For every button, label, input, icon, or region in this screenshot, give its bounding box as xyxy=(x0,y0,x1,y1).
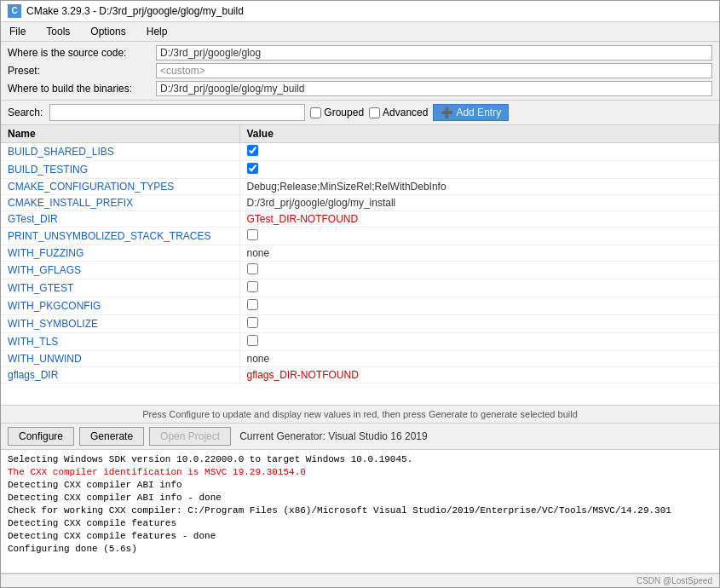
cell-name: WITH_UNWIND xyxy=(1,351,239,367)
table-row[interactable]: WITH_TLS xyxy=(1,333,719,351)
row-checkbox[interactable] xyxy=(247,229,258,240)
cell-value[interactable] xyxy=(239,297,719,315)
watermark: CSDN @LostSpeed xyxy=(636,576,712,585)
configure-button[interactable]: Configure xyxy=(8,427,74,446)
table-row[interactable]: BUILD_SHARED_LIBS xyxy=(1,143,719,161)
menu-file[interactable]: File xyxy=(4,24,31,39)
status-text: Press Configure to update and display ne… xyxy=(142,409,578,419)
cell-value[interactable]: gflags_DIR-NOTFOUND xyxy=(239,367,719,383)
table-row[interactable]: gflags_DIRgflags_DIR-NOTFOUND xyxy=(1,367,719,383)
cell-name: CMAKE_CONFIGURATION_TYPES xyxy=(1,179,239,195)
preset-value[interactable]: <custom> xyxy=(156,63,712,78)
cell-value[interactable] xyxy=(239,262,719,280)
add-icon: ➕ xyxy=(441,107,453,118)
cell-name: WITH_TLS xyxy=(1,333,239,351)
row-checkbox[interactable] xyxy=(247,145,258,156)
log-line: Check for working CXX compiler: C:/Progr… xyxy=(8,504,712,517)
row-checkbox[interactable] xyxy=(247,263,258,274)
table-row[interactable]: GTest_DIRGTest_DIR-NOTFOUND xyxy=(1,211,719,228)
cell-value[interactable] xyxy=(239,280,719,297)
add-entry-button[interactable]: ➕ Add Entry xyxy=(433,104,509,121)
cell-name: WITH_GFLAGS xyxy=(1,262,239,280)
status-bar: Press Configure to update and display ne… xyxy=(1,406,719,424)
app-icon: C xyxy=(8,4,21,18)
cell-value[interactable]: none xyxy=(239,245,719,262)
advanced-checkbox[interactable] xyxy=(369,107,380,118)
table-row[interactable]: WITH_SYMBOLIZE xyxy=(1,315,719,333)
config-table: Name Value BUILD_SHARED_LIBSBUILD_TESTIN… xyxy=(1,125,719,383)
generate-button[interactable]: Generate xyxy=(79,427,144,446)
cell-value[interactable]: GTest_DIR-NOTFOUND xyxy=(239,211,719,228)
table-row[interactable]: WITH_GFLAGS xyxy=(1,262,719,280)
log-line: Configuring done (5.6s) xyxy=(8,543,712,556)
binaries-row: Where to build the binaries: D:/3rd_prj/… xyxy=(8,81,712,96)
table-row[interactable]: BUILD_TESTING xyxy=(1,161,719,179)
cell-value[interactable] xyxy=(239,333,719,351)
source-row: Where is the source code: D:/3rd_prj/goo… xyxy=(8,45,712,61)
cell-value[interactable]: Debug;Release;MinSizeRel;RelWithDebInfo xyxy=(239,179,719,195)
search-input[interactable] xyxy=(49,104,305,121)
binaries-label: Where to build the binaries: xyxy=(8,83,153,95)
row-checkbox[interactable] xyxy=(247,335,258,346)
row-checkbox[interactable] xyxy=(247,281,258,292)
menu-help[interactable]: Help xyxy=(141,24,173,39)
cell-value[interactable]: none xyxy=(239,351,719,367)
cell-name: WITH_GTEST xyxy=(1,280,239,297)
generator-label: Current Generator: Visual Studio 16 2019 xyxy=(239,430,428,442)
bottom-bar: CSDN @LostSpeed xyxy=(1,574,719,587)
row-checkbox[interactable] xyxy=(247,317,258,328)
advanced-text: Advanced xyxy=(383,107,428,118)
title-bar: C CMake 3.29.3 - D:/3rd_prj/google/glog/… xyxy=(1,1,719,22)
col-value: Value xyxy=(239,125,719,143)
table-area[interactable]: Name Value BUILD_SHARED_LIBSBUILD_TESTIN… xyxy=(1,125,719,406)
menu-options[interactable]: Options xyxy=(85,24,130,39)
binaries-value[interactable]: D:/3rd_prj/google/glog/my_build xyxy=(156,81,712,96)
cell-value[interactable]: D:/3rd_prj/google/glog/my_install xyxy=(239,195,719,211)
table-row[interactable]: PRINT_UNSYMBOLIZED_STACK_TRACES xyxy=(1,228,719,245)
table-row[interactable]: WITH_GTEST xyxy=(1,280,719,297)
add-label: Add Entry xyxy=(456,107,501,118)
table-body: BUILD_SHARED_LIBSBUILD_TESTINGCMAKE_CONF… xyxy=(1,143,719,383)
advanced-label[interactable]: Advanced xyxy=(369,107,428,118)
cell-name: BUILD_TESTING xyxy=(1,161,239,179)
grouped-label[interactable]: Grouped xyxy=(310,107,364,118)
table-row[interactable]: CMAKE_CONFIGURATION_TYPESDebug;Release;M… xyxy=(1,179,719,195)
form-area: Where is the source code: D:/3rd_prj/goo… xyxy=(1,42,719,101)
log-line: The CXX compiler identification is MSVC … xyxy=(8,466,712,479)
table-row[interactable]: CMAKE_INSTALL_PREFIXD:/3rd_prj/google/gl… xyxy=(1,195,719,211)
log-line: Detecting CXX compiler ABI info xyxy=(8,479,712,492)
row-checkbox[interactable] xyxy=(247,299,258,310)
log-area: Selecting Windows SDK version 10.0.22000… xyxy=(1,450,719,574)
app-window: C CMake 3.29.3 - D:/3rd_prj/google/glog/… xyxy=(0,0,720,588)
log-line: Detecting CXX compiler ABI info - done xyxy=(8,492,712,504)
preset-row: Preset: <custom> xyxy=(8,63,712,78)
log-line: Detecting CXX compile features - done xyxy=(8,530,712,543)
toolbar: Search: Grouped Advanced ➕ Add Entry xyxy=(1,101,719,125)
source-value[interactable]: D:/3rd_prj/google/glog xyxy=(156,45,712,61)
cell-name: BUILD_SHARED_LIBS xyxy=(1,143,239,161)
cell-name: gflags_DIR xyxy=(1,367,239,383)
cell-name: PRINT_UNSYMBOLIZED_STACK_TRACES xyxy=(1,228,239,245)
preset-label: Preset: xyxy=(8,65,153,77)
cell-name: CMAKE_INSTALL_PREFIX xyxy=(1,195,239,211)
open-project-button[interactable]: Open Project xyxy=(149,427,231,446)
menu-bar: File Tools Options Help xyxy=(1,22,719,42)
table-row[interactable]: WITH_FUZZINGnone xyxy=(1,245,719,262)
cell-value[interactable] xyxy=(239,161,719,179)
col-name: Name xyxy=(1,125,239,143)
menu-tools[interactable]: Tools xyxy=(41,24,75,39)
log-line: Detecting CXX compile features xyxy=(8,517,712,530)
cell-name: WITH_PKGCONFIG xyxy=(1,297,239,315)
cell-name: WITH_FUZZING xyxy=(1,245,239,262)
table-row[interactable]: WITH_PKGCONFIG xyxy=(1,297,719,315)
window-title: CMake 3.29.3 - D:/3rd_prj/google/glog/my… xyxy=(26,5,244,17)
cell-value[interactable] xyxy=(239,315,719,333)
table-row[interactable]: WITH_UNWINDnone xyxy=(1,351,719,367)
cell-name: WITH_SYMBOLIZE xyxy=(1,315,239,333)
row-checkbox[interactable] xyxy=(247,163,258,174)
grouped-checkbox[interactable] xyxy=(310,107,321,118)
cell-name: GTest_DIR xyxy=(1,211,239,228)
cell-value[interactable] xyxy=(239,143,719,161)
cell-value[interactable] xyxy=(239,228,719,245)
search-label: Search: xyxy=(8,107,43,118)
